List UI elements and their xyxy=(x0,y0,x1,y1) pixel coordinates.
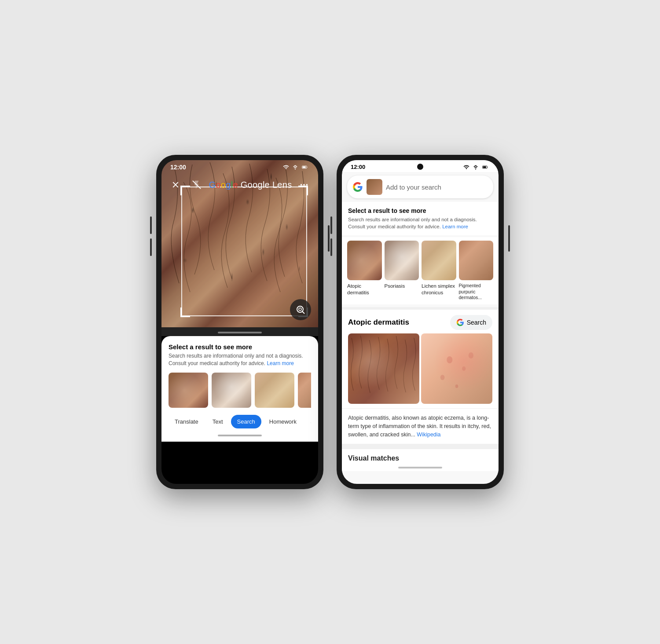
svg-point-14 xyxy=(475,168,476,169)
svg-rect-4 xyxy=(303,166,306,168)
lens-title: Google Google Lens xyxy=(209,180,292,190)
svg-point-7 xyxy=(303,184,305,186)
right-status-time: 12:00 xyxy=(351,164,365,170)
result-card-label-1: Atopic dermatitis xyxy=(347,283,382,296)
result-thumb-3[interactable] xyxy=(255,373,294,408)
camera-background: Google Google Lens xyxy=(161,160,318,327)
result-card-img-1 xyxy=(347,241,382,280)
svg-point-19 xyxy=(440,375,445,380)
description-box: Atopic dermatitis, also known as atopic … xyxy=(342,408,499,444)
description-text: Atopic dermatitis, also known as atopic … xyxy=(348,414,492,439)
results-row xyxy=(169,373,311,408)
svg-point-8 xyxy=(306,184,308,186)
atopic-image-right xyxy=(421,333,492,404)
google-g-logo xyxy=(352,182,363,192)
phones-container: 12:00 xyxy=(156,155,504,489)
tab-text[interactable]: Text xyxy=(206,415,229,428)
svg-rect-16 xyxy=(483,166,486,168)
info-panel-title: Select a result to see more xyxy=(348,207,492,214)
right-learn-more-link[interactable]: Learn more xyxy=(442,224,468,229)
result-card-1[interactable]: Atopic dermatitis xyxy=(347,241,382,301)
tab-homework[interactable]: Homework xyxy=(263,415,303,428)
tab-bar: Translate Text Search Homework Shoppi... xyxy=(169,413,311,432)
signal-icon xyxy=(282,164,290,170)
tab-search[interactable]: Search xyxy=(231,415,261,428)
more-options-button[interactable] xyxy=(297,178,311,192)
wikipedia-link[interactable]: Wikipedia xyxy=(417,432,440,438)
result-thumb-4[interactable] xyxy=(298,373,311,408)
right-home-indicator xyxy=(398,467,442,468)
svg-point-20 xyxy=(469,352,473,359)
visual-matches-section: Visual matches xyxy=(342,446,499,465)
result-card-img-4 xyxy=(459,241,494,280)
search-placeholder-text: Add to your search xyxy=(386,183,488,191)
search-btn-label: Search xyxy=(467,319,486,326)
result-thumb-1[interactable] xyxy=(169,373,208,408)
info-panel: Select a result to see more Search resul… xyxy=(342,202,499,235)
lens-search-overlay-button[interactable] xyxy=(290,299,311,320)
right-phone-screen: 12:00 xyxy=(342,160,499,484)
power-button[interactable] xyxy=(328,225,330,252)
result-card-2[interactable]: Psoriasis xyxy=(385,241,419,301)
right-wifi-icon xyxy=(472,164,479,170)
left-phone-screen: 12:00 xyxy=(161,160,318,484)
tab-translate[interactable]: Translate xyxy=(169,415,205,428)
right-signal-icon xyxy=(462,164,470,170)
atopic-image-left xyxy=(348,333,419,404)
search-bar[interactable]: Add to your search xyxy=(347,176,493,198)
google-search-button[interactable]: Search xyxy=(450,315,492,330)
home-indicator xyxy=(218,332,262,333)
select-subtitle: Search results are informational only an… xyxy=(169,352,311,367)
front-camera xyxy=(417,164,423,170)
left-status-bar: 12:00 xyxy=(161,160,318,172)
right-volume-up-button[interactable] xyxy=(330,216,332,234)
tab-shopping[interactable]: Shoppi... xyxy=(304,415,311,428)
svg-point-18 xyxy=(462,366,466,371)
atopic-section-header: Atopic dermatitis Search xyxy=(342,310,499,333)
search-thumbnail xyxy=(367,179,382,195)
volume-down-button[interactable] xyxy=(150,238,152,256)
svg-marker-1 xyxy=(294,167,297,168)
result-card-label-4: Pigmented purpuric dermatos... xyxy=(459,283,494,301)
results-grid: Atopic dermatitis Psoriasis Lichen simpl… xyxy=(342,237,499,304)
result-card-img-3 xyxy=(422,241,456,280)
info-panel-subtitle: Search results are informational only an… xyxy=(348,216,492,230)
svg-line-10 xyxy=(302,311,304,314)
close-button[interactable] xyxy=(169,178,183,192)
left-phone: 12:00 xyxy=(156,155,323,489)
svg-point-11 xyxy=(299,308,301,311)
home-indicator-bottom xyxy=(218,435,262,436)
atopic-image-pair xyxy=(342,333,499,408)
right-volume-down-button[interactable] xyxy=(330,238,332,256)
lens-toolbar: Google Google Lens xyxy=(161,176,318,195)
lens-toolbar-left xyxy=(169,178,204,192)
svg-point-9 xyxy=(297,306,303,312)
visual-matches-title: Visual matches xyxy=(348,454,492,462)
right-status-icons xyxy=(462,164,490,170)
camera-notch-area xyxy=(417,164,423,170)
right-power-button[interactable] xyxy=(508,225,510,252)
google-g-search-icon xyxy=(456,318,464,326)
left-status-time: 12:00 xyxy=(170,164,186,171)
battery-icon xyxy=(301,164,309,170)
volume-up-button[interactable] xyxy=(150,216,152,234)
wifi-icon xyxy=(292,164,299,170)
selection-overlay xyxy=(181,187,307,316)
result-card-3[interactable]: Lichen simplex chronicus xyxy=(422,241,456,301)
result-thumb-2[interactable] xyxy=(212,373,251,408)
result-card-label-2: Psoriasis xyxy=(385,283,419,289)
result-card-4[interactable]: Pigmented purpuric dermatos... xyxy=(459,241,494,301)
svg-point-17 xyxy=(447,356,452,363)
right-battery-icon xyxy=(481,164,490,170)
flash-off-button[interactable] xyxy=(190,178,204,192)
select-title: Select a result to see more xyxy=(169,343,311,351)
svg-point-2 xyxy=(295,168,296,169)
svg-point-6 xyxy=(301,184,302,186)
atopic-section-title: Atopic dermatitis xyxy=(348,318,409,327)
svg-marker-13 xyxy=(474,166,477,168)
learn-more-link[interactable]: Learn more xyxy=(267,360,293,366)
bottom-panel: Select a result to see more Search resul… xyxy=(161,336,318,442)
svg-point-21 xyxy=(455,384,458,388)
camera-viewfinder: Google Google Lens xyxy=(161,160,318,327)
result-card-label-3: Lichen simplex chronicus xyxy=(422,283,456,296)
